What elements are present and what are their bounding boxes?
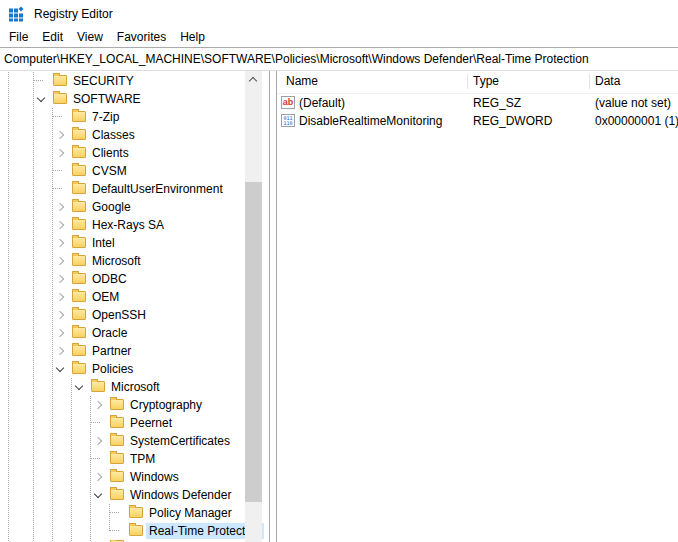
chevron-expanded-icon[interactable] <box>34 93 49 105</box>
column-header-name[interactable]: Name <box>286 74 318 88</box>
address-bar[interactable]: Computer\HKEY_LOCAL_MACHINE\SOFTWARE\Pol… <box>0 48 678 71</box>
chevron-collapsed-icon[interactable] <box>53 237 68 249</box>
column-separator[interactable] <box>467 74 468 89</box>
chevron-collapsed-icon[interactable] <box>53 309 68 321</box>
folder-icon <box>72 291 86 302</box>
tree-label-7-zip[interactable]: 7-Zip <box>89 109 122 125</box>
tree-guide-line <box>33 270 34 288</box>
tree-node-7-zip: 7-Zip <box>0 108 244 126</box>
tree-label-policies[interactable]: Policies <box>89 361 136 377</box>
tree-label-tpm[interactable]: TPM <box>127 451 158 467</box>
tree-label-defaultuserenvironment[interactable]: DefaultUserEnvironment <box>89 181 226 197</box>
chevron-expanded-icon[interactable] <box>53 363 68 375</box>
tree-label-cryptography[interactable]: Cryptography <box>127 397 205 413</box>
address-path[interactable]: Computer\HKEY_LOCAL_MACHINE\SOFTWARE\Pol… <box>4 52 589 66</box>
tree-label-classes[interactable]: Classes <box>89 127 138 143</box>
menu-item-view[interactable]: View <box>70 28 110 46</box>
tree-node-classes: Classes <box>0 126 244 144</box>
tree-node-defaultuserenvironment: DefaultUserEnvironment <box>0 180 244 198</box>
tree-label-google[interactable]: Google <box>89 199 134 215</box>
tree-label-intel[interactable]: Intel <box>89 235 118 251</box>
column-separator[interactable] <box>589 74 590 89</box>
value-data: (value not set) <box>595 96 671 110</box>
tree-guide-line <box>52 450 53 468</box>
chevron-expanded-icon[interactable] <box>72 381 87 393</box>
tree-guide-line <box>8 450 9 468</box>
tree-label-oracle[interactable]: Oracle <box>89 325 130 341</box>
tree-guide-line <box>33 216 34 234</box>
tree-guide-line <box>8 306 9 324</box>
tree-guide-line <box>33 180 34 198</box>
window-title: Registry Editor <box>34 7 113 21</box>
chevron-collapsed-icon[interactable] <box>53 201 68 213</box>
folder-icon <box>110 471 124 482</box>
scroll-up-arrow-icon[interactable] <box>245 71 262 88</box>
menu-item-edit[interactable]: Edit <box>35 28 70 46</box>
tree-node-partner: Partner <box>0 342 244 360</box>
menu-bar: FileEditViewFavoritesHelp <box>0 28 678 48</box>
chevron-collapsed-icon[interactable] <box>53 219 68 231</box>
folder-icon <box>72 273 86 284</box>
tree-scrollbar[interactable] <box>245 71 262 542</box>
tree-label-hex-rays-sa[interactable]: Hex-Rays SA <box>89 217 167 233</box>
chevron-expanded-icon[interactable] <box>91 489 106 501</box>
chevron-collapsed-icon[interactable] <box>91 435 106 447</box>
tree-label-microsoft[interactable]: Microsoft <box>108 379 163 395</box>
folder-icon <box>110 489 124 500</box>
tree-label-policy-manager[interactable]: Policy Manager <box>146 505 235 521</box>
tree-label-cvsm[interactable]: CVSM <box>89 163 130 179</box>
tree-guide-line <box>71 396 72 414</box>
tree-guide-line <box>8 396 9 414</box>
tree-label-windows-defender[interactable]: Windows Defender <box>127 487 234 503</box>
menu-item-help[interactable]: Help <box>173 28 212 46</box>
value-type: REG_DWORD <box>473 114 552 128</box>
tree-node-peernet: Peernet <box>0 414 244 432</box>
tree-guide-line <box>52 522 53 540</box>
chevron-collapsed-icon[interactable] <box>53 327 68 339</box>
tree-node-cvsm: CVSM <box>0 162 244 180</box>
tree-guide-line <box>33 414 34 432</box>
chevron-collapsed-icon[interactable] <box>53 129 68 141</box>
tree-guide-line <box>8 216 9 234</box>
menu-item-file[interactable]: File <box>2 28 35 46</box>
tree-label-microsoft[interactable]: Microsoft <box>89 253 144 269</box>
tree-node-openssh: OpenSSH <box>0 306 244 324</box>
tree-guide-line <box>33 378 34 396</box>
tree-label-software[interactable]: SOFTWARE <box>70 91 144 107</box>
value-row-default[interactable]: ab(Default)REG_SZ(value not set) <box>277 94 678 112</box>
tree-guide-line <box>34 80 44 81</box>
tree-guide-line <box>8 342 9 360</box>
tree-label-systemcertificates[interactable]: SystemCertificates <box>127 433 233 449</box>
column-header-type[interactable]: Type <box>473 74 499 88</box>
tree-label-clients[interactable]: Clients <box>89 145 132 161</box>
menu-item-favorites[interactable]: Favorites <box>110 28 173 46</box>
chevron-collapsed-icon[interactable] <box>91 399 106 411</box>
chevron-collapsed-icon[interactable] <box>53 255 68 267</box>
tree-label-windows[interactable]: Windows <box>127 469 182 485</box>
chevron-collapsed-icon[interactable] <box>53 147 68 159</box>
tree-guide-line <box>33 234 34 252</box>
tree-guide-line <box>8 252 9 270</box>
tree-guide-line <box>8 378 9 396</box>
chevron-collapsed-icon[interactable] <box>53 291 68 303</box>
tree-label-openssh[interactable]: OpenSSH <box>89 307 149 323</box>
tree-label-peernet[interactable]: Peernet <box>127 415 175 431</box>
tree-guide-line <box>33 198 34 216</box>
chevron-collapsed-icon[interactable] <box>91 471 106 483</box>
tree-label-partner[interactable]: Partner <box>89 343 134 359</box>
chevron-collapsed-icon[interactable] <box>53 345 68 357</box>
tree-guide-line <box>52 486 53 504</box>
tree-guide-line <box>8 522 9 540</box>
tree-guide-line <box>33 450 34 468</box>
tree-label-oem[interactable]: OEM <box>89 289 122 305</box>
tree-label-odbc[interactable]: ODBC <box>89 271 130 287</box>
tree-guide-line <box>8 126 9 144</box>
scrollbar-thumb[interactable] <box>245 182 262 502</box>
registry-editor-app-icon <box>8 6 24 22</box>
tree-label-security[interactable]: SECURITY <box>70 73 137 89</box>
tree-node-hex-rays-sa: Hex-Rays SA <box>0 216 244 234</box>
tree-guide-line <box>90 450 91 468</box>
value-row-disablerealtimemonitoring[interactable]: 011110DisableRealtimeMonitoringREG_DWORD… <box>277 112 678 130</box>
column-header-data[interactable]: Data <box>595 74 620 88</box>
chevron-collapsed-icon[interactable] <box>53 273 68 285</box>
